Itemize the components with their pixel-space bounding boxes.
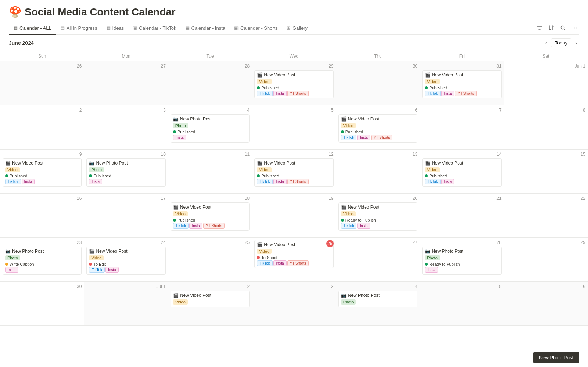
prev-month-button[interactable]: ‹ bbox=[543, 39, 549, 47]
tab-calendar-insta[interactable]: ▣Calendar - Insta bbox=[181, 22, 230, 35]
calendar-controls: June 2024 ‹ Today › bbox=[0, 35, 588, 51]
status-label: To Shoot bbox=[261, 255, 277, 260]
calendar-card[interactable]: 📷 New Photo Post Photo Published Insta bbox=[171, 114, 250, 143]
status-dot bbox=[341, 219, 344, 222]
day-number: 3 bbox=[254, 284, 333, 289]
day-number: 22 bbox=[506, 196, 585, 201]
card-emoji: 🎬 bbox=[425, 72, 430, 78]
platform-tags: TikTokInsta bbox=[425, 179, 499, 184]
day-number: 23 bbox=[3, 240, 82, 245]
tab-ideas[interactable]: ▦Ideas bbox=[102, 22, 129, 35]
status-label: To Edit bbox=[93, 262, 106, 266]
day-cell: 2 🎬 New Video Post Video bbox=[168, 282, 252, 326]
calendar-card[interactable]: 📷 New Photo Post Photo Write Caption Ins… bbox=[3, 247, 82, 275]
tab-all-in-progress[interactable]: ▤All in Progress bbox=[56, 22, 102, 35]
status-row: Ready to Publish bbox=[341, 218, 415, 222]
card-title: 🎬 New Video Post bbox=[425, 72, 499, 78]
platform-tag: TikTok bbox=[173, 223, 189, 229]
status-label: Published bbox=[93, 174, 111, 178]
calendar-card[interactable]: 🎬 New Video Post Video Ready to Publish … bbox=[338, 202, 417, 231]
day-number: 4 bbox=[338, 284, 417, 289]
day-cell: 17 bbox=[84, 194, 168, 238]
day-cell: 3 bbox=[84, 105, 168, 150]
platform-tag: TikTok bbox=[257, 179, 273, 184]
status-row: Published bbox=[257, 174, 331, 178]
card-title-text: New Video Post bbox=[12, 161, 43, 166]
today-button[interactable]: Today bbox=[551, 38, 572, 47]
day-number: 15 bbox=[506, 152, 585, 157]
app-title: 🍄 Social Media Content Calendar bbox=[9, 6, 579, 18]
sort-icon[interactable] bbox=[547, 24, 556, 33]
day-number: 24 bbox=[86, 240, 165, 245]
day-cell: 23 📷 New Photo Post Photo Write Caption … bbox=[0, 238, 84, 282]
card-title-text: New Photo Post bbox=[12, 249, 44, 254]
platform-tag: YT Shorts bbox=[203, 223, 225, 229]
day-number: 5 bbox=[422, 284, 501, 289]
card-emoji: 📷 bbox=[425, 249, 430, 254]
card-title: 🎬 New Video Post bbox=[425, 161, 499, 166]
type-tag-row: Video bbox=[425, 79, 499, 85]
filter-icon[interactable] bbox=[535, 24, 544, 33]
type-tag-row: Video bbox=[341, 123, 415, 129]
more-icon[interactable] bbox=[570, 24, 579, 33]
tab-calendar-shorts[interactable]: ▣Calendar - Shorts bbox=[230, 22, 282, 35]
tab-label-calendar-tiktok: Calendar - TikTok bbox=[139, 25, 176, 31]
calendar-card[interactable]: 🎬 New Video Post Video To Shoot TikTokIn… bbox=[254, 240, 333, 268]
day-cell: Jul 1 bbox=[84, 282, 168, 326]
day-cell: 29 bbox=[504, 238, 588, 282]
day-number: 12 bbox=[254, 152, 333, 157]
platform-tags: TikTokInstaYT Shorts bbox=[257, 260, 331, 266]
calendar-card[interactable]: 🎬 New Video Post Video To Edit TikTokIns… bbox=[86, 247, 165, 275]
svg-point-3 bbox=[576, 27, 577, 28]
platform-tag: Insta bbox=[105, 267, 119, 273]
search-icon[interactable] bbox=[559, 24, 567, 33]
status-dot bbox=[5, 174, 8, 177]
status-row: Published bbox=[341, 130, 415, 134]
calendar-card[interactable]: 🎬 New Video Post Video Published TikTokI… bbox=[254, 70, 333, 98]
day-cell: 10 📷 New Photo Post Photo Published Inst… bbox=[84, 150, 168, 194]
calendar-card[interactable]: 🎬 New Video Post Video bbox=[171, 291, 250, 307]
day-number: 28 bbox=[171, 64, 250, 69]
day-cell: 26 🎬 New Video Post Video To Shoot TikTo… bbox=[252, 238, 336, 282]
platform-tag: Insta bbox=[273, 260, 287, 266]
tab-icon-calendar-all: ▦ bbox=[13, 25, 18, 31]
day-number: 27 bbox=[338, 240, 417, 245]
platform-tag: TikTok bbox=[341, 223, 357, 229]
day-number: 3 bbox=[86, 108, 165, 113]
status-label: Published bbox=[429, 174, 447, 178]
day-cell: 18 🎬 New Video Post Video Published TikT… bbox=[168, 194, 252, 238]
next-month-button[interactable]: › bbox=[573, 39, 579, 47]
status-row: Published bbox=[5, 174, 79, 178]
status-dot bbox=[5, 263, 8, 266]
calendar-card[interactable]: 🎬 New Video Post Video Published TikTokI… bbox=[422, 70, 501, 98]
app-title-text: Social Media Content Calendar bbox=[25, 6, 176, 18]
day-number: 21 bbox=[422, 196, 501, 201]
platform-tag: TikTok bbox=[89, 267, 105, 273]
calendar-card[interactable]: 🎬 New Video Post Video Published TikTokI… bbox=[422, 158, 501, 187]
day-number: 28 bbox=[422, 240, 501, 245]
type-tag-row: Video bbox=[173, 299, 247, 305]
calendar-card[interactable]: 🎬 New Video Post Video Published TikTokI… bbox=[171, 202, 250, 231]
calendar-card[interactable]: 🎬 New Video Post Video Published TikTokI… bbox=[3, 158, 82, 187]
day-cell: 4 📷 New Photo Post Photo bbox=[336, 282, 420, 326]
calendar-card[interactable]: 🎬 New Video Post Video Published TikTokI… bbox=[254, 158, 333, 187]
card-emoji: 📷 bbox=[89, 161, 94, 166]
tab-label-calendar-shorts: Calendar - Shorts bbox=[240, 25, 278, 31]
app-header: 🍄 Social Media Content Calendar ▦Calenda… bbox=[0, 0, 588, 35]
calendar-card[interactable]: 📷 New Photo Post Photo bbox=[338, 291, 417, 307]
platform-tag: Insta bbox=[425, 267, 438, 273]
day-number: 6 bbox=[506, 284, 585, 289]
calendar-card[interactable]: 🎬 New Video Post Video Published TikTokI… bbox=[338, 114, 417, 143]
type-tag-row: Photo bbox=[5, 255, 79, 261]
type-tag: Photo bbox=[5, 255, 20, 260]
day-header-sun: Sun bbox=[0, 51, 84, 61]
svg-point-2 bbox=[574, 27, 575, 28]
day-cell: 14 🎬 New Video Post Video Published TikT… bbox=[420, 150, 504, 194]
card-title-text: New Video Post bbox=[348, 116, 379, 122]
calendar-card[interactable]: 📷 New Photo Post Photo Published Insta bbox=[86, 158, 165, 187]
day-number: 9 bbox=[3, 152, 82, 157]
calendar-card[interactable]: 📷 New Photo Post Photo Ready to Publish … bbox=[422, 247, 501, 275]
tab-calendar-all[interactable]: ▦Calendar - ALL bbox=[9, 22, 56, 35]
tab-gallery[interactable]: ⊞Gallery bbox=[282, 22, 312, 35]
tab-calendar-tiktok[interactable]: ▣Calendar - TikTok bbox=[128, 22, 180, 35]
